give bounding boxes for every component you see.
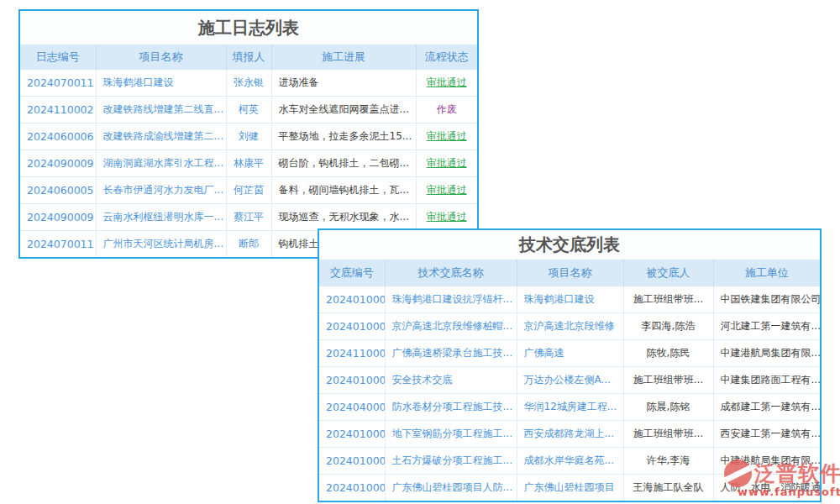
table-row[interactable]: 2024110001广佛高速桥梁承台施工技...广佛高速陈牧,陈民中建港航局集团… xyxy=(319,340,820,367)
disclosure-name-link[interactable]: 广东佛山碧桂园项目人防... xyxy=(385,475,517,501)
disclosure-table-body: 2024010003珠海鹤港口建设抗浮锚杆...珠海鹤港口建设施工班组带班...… xyxy=(319,286,820,501)
disclosed-person-text: 陈牧,陈民 xyxy=(623,340,713,367)
progress-text: 水车对全线遮阳网覆盖点进... xyxy=(271,97,416,123)
log-id-link[interactable]: 2024070011 xyxy=(20,231,96,258)
column-header: 项目名称 xyxy=(96,45,226,70)
column-header: 技术交底名称 xyxy=(385,260,517,286)
table-row[interactable]: 2024110002改建铁路线增建第二线直...柯英水车对全线遮阳网覆盖点进..… xyxy=(20,97,477,123)
construction-unit-text: 中建集团路面工程有... xyxy=(713,367,820,394)
table-row[interactable]: 2024040001防水卷材分项工程施工技...华润12城房建工程...陈晨,陈… xyxy=(319,394,820,421)
project-name-link[interactable]: 广州市天河区统计局机房... xyxy=(96,231,226,258)
construction-unit-text: 中建港航局集团有限... xyxy=(713,340,820,367)
construction-unit-text: 人防，水电，消防暖通 xyxy=(713,475,820,501)
disclosure-id-link[interactable]: 2024010002 xyxy=(319,448,385,475)
disclosure-table-header-row: 交底编号技术交底名称项目名称被交底人施工单位 xyxy=(319,260,820,286)
disclosure-name-link[interactable]: 地下室钢筋分项工程施工... xyxy=(385,421,517,448)
disclosure-id-link[interactable]: 2024010003 xyxy=(319,367,385,394)
log-id-link[interactable]: 2024090009 xyxy=(20,150,96,177)
disclosure-name-link[interactable]: 土石方爆破分项工程施工... xyxy=(385,448,517,475)
disclosure-name-link[interactable]: 珠海鹤港口建设抗浮锚杆... xyxy=(385,286,517,313)
column-header: 项目名称 xyxy=(517,260,623,286)
reporter-link[interactable]: 断郎 xyxy=(226,231,271,258)
table-row[interactable]: 2024010003安全技术交底万达办公楼左侧A...施工班组带班...中建集团… xyxy=(319,367,820,394)
status-badge: 审批通过 xyxy=(416,150,477,177)
disclosure-name-link[interactable]: 安全技术交底 xyxy=(385,367,517,394)
table-row[interactable]: 2024010002土石方爆破分项工程施工...成都水岸华庭名苑...许华,李海… xyxy=(319,448,820,475)
log-id-link[interactable]: 2024060006 xyxy=(20,123,96,150)
disclosed-person-text: 施工班组带班... xyxy=(623,421,713,448)
column-header: 交底编号 xyxy=(319,260,385,286)
reporter-link[interactable]: 张永银 xyxy=(226,70,271,97)
project-name-link[interactable]: 改建铁路线增建第二线直... xyxy=(96,97,226,123)
table-row[interactable]: 2024060005长春市伊通河水力发电厂...何芷茵备料，砌间墙钩机排土，瓦.… xyxy=(20,177,477,204)
log-id-link[interactable]: 2024060005 xyxy=(20,177,96,204)
construction-unit-text: 河北建工第一建筑有... xyxy=(713,313,820,340)
disclosure-id-link[interactable]: 2024010002 xyxy=(319,421,385,448)
project-name-link[interactable]: 珠海鹤港口建设 xyxy=(517,286,623,313)
tech-disclosure-panel: 技术交底列表 交底编号技术交底名称项目名称被交底人施工单位 2024010003… xyxy=(318,228,822,502)
disclosure-id-link[interactable]: 2024040001 xyxy=(319,394,385,421)
reporter-link[interactable]: 林康平 xyxy=(226,150,271,177)
progress-text: 砌台阶，钩机排土，二包砌... xyxy=(271,150,416,177)
project-name-link[interactable]: 成都水岸华庭名苑... xyxy=(517,448,623,475)
table-row[interactable]: 2024010003珠海鹤港口建设抗浮锚杆...珠海鹤港口建设施工班组带班...… xyxy=(319,286,820,313)
disclosure-id-link[interactable]: 2024010003 xyxy=(319,286,385,313)
table-row[interactable]: 2024090009湖南洞庭湖水库引水工程...林康平砌台阶，钩机排土，二包砌.… xyxy=(20,150,477,177)
table-row[interactable]: 2024010004京沪高速北京段维修桩帽...京沪高速北京段维修李四海,陈浩河… xyxy=(319,313,820,340)
project-name-link[interactable]: 云南水利枢纽潜明水库一... xyxy=(96,204,226,231)
construction-unit-text: 中国铁建集团有限公司 xyxy=(713,286,820,313)
disclosure-name-link[interactable]: 京沪高速北京段维修桩帽... xyxy=(385,313,517,340)
log-table-header-row: 日志编号项目名称填报人施工进展流程状态 xyxy=(20,45,477,70)
project-name-link[interactable]: 华润12城房建工程... xyxy=(517,394,623,421)
project-name-link[interactable]: 京沪高速北京段维修 xyxy=(517,313,623,340)
disclosed-person-text: 施工班组带班... xyxy=(623,367,713,394)
disclosure-id-link[interactable]: 2024010004 xyxy=(319,313,385,340)
column-header: 填报人 xyxy=(226,45,271,70)
table-row[interactable]: 2024070011珠海鹤港口建设张永银进场准备审批通过 xyxy=(20,70,477,97)
table-row[interactable]: 2024010001广东佛山碧桂园项目人防...广东佛山碧桂园项目王海施工队全队… xyxy=(319,475,820,501)
disclosure-id-link[interactable]: 2024010001 xyxy=(319,475,385,501)
reporter-link[interactable]: 刘健 xyxy=(226,123,271,150)
status-badge: 审批通过 xyxy=(416,70,477,97)
project-name-link[interactable]: 湖南洞庭湖水库引水工程... xyxy=(96,150,226,177)
construction-log-title: 施工日志列表 xyxy=(20,11,477,45)
project-name-link[interactable]: 珠海鹤港口建设 xyxy=(96,70,226,97)
disclosure-name-link[interactable]: 防水卷材分项工程施工技... xyxy=(385,394,517,421)
status-badge: 审批通过 xyxy=(416,123,477,150)
project-name-link[interactable]: 西安成都路龙湖上... xyxy=(517,421,623,448)
construction-unit-text: 西安建工第一建筑有... xyxy=(713,421,820,448)
project-name-link[interactable]: 长春市伊通河水力发电厂... xyxy=(96,177,226,204)
reporter-link[interactable]: 蔡江平 xyxy=(226,204,271,231)
table-row[interactable]: 2024010002地下室钢筋分项工程施工...西安成都路龙湖上...施工班组带… xyxy=(319,421,820,448)
construction-unit-text: 中建港航局集团有限... xyxy=(713,448,820,475)
log-id-link[interactable]: 2024070011 xyxy=(20,70,96,97)
project-name-link[interactable]: 万达办公楼左侧A... xyxy=(517,367,623,394)
status-badge: 审批通过 xyxy=(416,204,477,231)
progress-text: 备料，砌间墙钩机排土，瓦... xyxy=(271,177,416,204)
disclosed-person-text: 李四海,陈浩 xyxy=(623,313,713,340)
column-header: 被交底人 xyxy=(623,260,713,286)
progress-text: 平整场地，拉走多余泥土15... xyxy=(271,123,416,150)
disclosure-id-link[interactable]: 2024110001 xyxy=(319,340,385,367)
progress-text: 进场准备 xyxy=(271,70,416,97)
reporter-link[interactable]: 何芷茵 xyxy=(226,177,271,204)
tech-disclosure-table: 交底编号技术交底名称项目名称被交底人施工单位 2024010003珠海鹤港口建设… xyxy=(319,260,820,501)
table-row[interactable]: 2024060006改建铁路成渝线增建第二...刘健平整场地，拉走多余泥土15.… xyxy=(20,123,477,150)
project-name-link[interactable]: 广东佛山碧桂园项目 xyxy=(517,475,623,501)
status-badge: 审批通过 xyxy=(416,177,477,204)
tech-disclosure-title: 技术交底列表 xyxy=(319,230,820,260)
column-header: 日志编号 xyxy=(20,45,96,70)
progress-text: 现场巡查，无积水现象，水... xyxy=(271,204,416,231)
project-name-link[interactable]: 广佛高速 xyxy=(517,340,623,367)
log-id-link[interactable]: 2024090009 xyxy=(20,204,96,231)
disclosure-name-link[interactable]: 广佛高速桥梁承台施工技... xyxy=(385,340,517,367)
reporter-link[interactable]: 柯英 xyxy=(226,97,271,123)
table-row[interactable]: 2024090009云南水利枢纽潜明水库一...蔡江平现场巡查，无积水现象，水.… xyxy=(20,204,477,231)
construction-log-panel: 施工日志列表 日志编号项目名称填报人施工进展流程状态 2024070011珠海鹤… xyxy=(18,9,479,259)
status-badge: 作废 xyxy=(416,97,477,123)
disclosed-person-text: 王海施工队全队 xyxy=(623,475,713,501)
construction-log-table: 日志编号项目名称填报人施工进展流程状态 2024070011珠海鹤港口建设张永银… xyxy=(20,45,477,257)
log-id-link[interactable]: 2024110002 xyxy=(20,97,96,123)
project-name-link[interactable]: 改建铁路成渝线增建第二... xyxy=(96,123,226,150)
column-header: 施工单位 xyxy=(713,260,820,286)
